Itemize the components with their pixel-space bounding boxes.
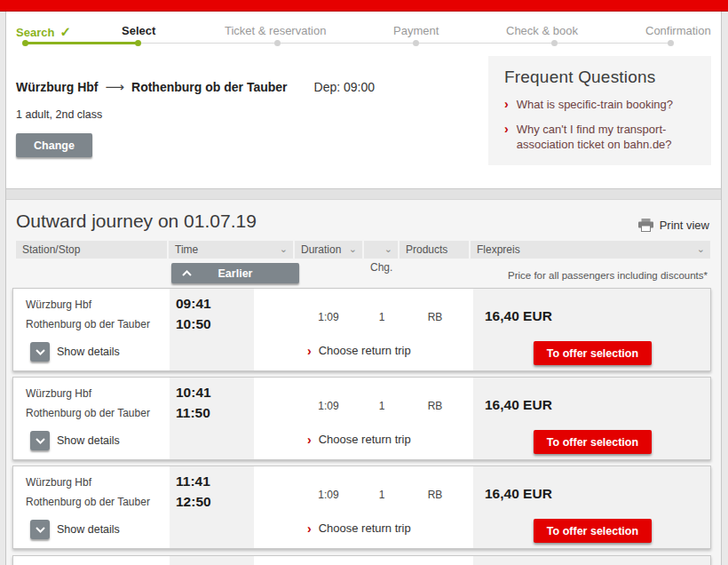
row-destination: Rothenburg ob der Tauber bbox=[26, 496, 150, 508]
brand-bar bbox=[0, 0, 728, 12]
step-dot-check bbox=[551, 40, 558, 46]
sort-caret-icon[interactable]: ⌄ bbox=[697, 241, 705, 259]
step-confirmation: Confirmation bbox=[645, 24, 711, 37]
col-time[interactable]: ⌄Time bbox=[169, 241, 293, 259]
choose-return-trip-link[interactable]: › Choose return trip bbox=[307, 521, 411, 536]
journey-summary: Würzburg Hbf ⟶ Rothenburg ob der Tauber … bbox=[16, 79, 375, 95]
col-products: Products bbox=[400, 241, 469, 259]
row-departure-time: 11:41 bbox=[176, 473, 210, 489]
chevron-right-icon: › bbox=[307, 433, 312, 447]
chevron-right-icon: › bbox=[504, 122, 509, 152]
sort-caret-icon[interactable]: ⌄ bbox=[384, 241, 392, 259]
to-offer-selection-button[interactable]: To offer selection bbox=[534, 430, 652, 454]
step-dot-search bbox=[22, 40, 28, 46]
choose-return-trip-link[interactable]: › Choose return trip bbox=[307, 344, 411, 358]
row-origin: Würzburg Hbf bbox=[26, 476, 91, 489]
row-destination: Rothenburg ob der Tauber bbox=[26, 318, 150, 330]
row-origin: Würzburg Hbf bbox=[26, 298, 91, 311]
page-frame: Search✓ Select Ticket & reservation Paym… bbox=[5, 12, 722, 565]
to-offer-selection-button[interactable]: To offer selection bbox=[534, 519, 652, 543]
print-view-button[interactable]: Print view bbox=[638, 219, 709, 232]
departure-time: Dep: 09:00 bbox=[314, 80, 376, 94]
step-dot-select bbox=[135, 40, 141, 46]
sort-caret-icon[interactable]: ⌄ bbox=[349, 241, 357, 259]
journey-row-partial bbox=[12, 555, 711, 565]
chevron-up-icon bbox=[182, 270, 192, 276]
show-details-button[interactable] bbox=[30, 520, 50, 539]
journey-row: Würzburg Hbf Rothenburg ob der Tauber 09… bbox=[12, 288, 711, 371]
faq-link-transport-association[interactable]: › Why can't I find my transport-associat… bbox=[504, 122, 699, 152]
col-flexpreis[interactable]: ⌄Flexpreis bbox=[471, 241, 710, 259]
price-note: Price for all passengers including disco… bbox=[508, 270, 708, 281]
earlier-label: Earlier bbox=[218, 267, 253, 280]
col-changes[interactable]: ⌄Chg. bbox=[364, 241, 398, 259]
chevron-right-icon: › bbox=[504, 97, 509, 112]
show-details-label[interactable]: Show details bbox=[57, 434, 120, 447]
choose-return-trip-link[interactable]: › Choose return trip bbox=[307, 433, 411, 447]
row-arrival-time: 11:50 bbox=[176, 405, 210, 421]
row-departure-time: 09:41 bbox=[176, 296, 211, 312]
row-products: RB bbox=[400, 489, 470, 501]
row-origin: Würzburg Hbf bbox=[26, 387, 91, 400]
show-details-button[interactable] bbox=[30, 342, 50, 362]
row-arrival-time: 12:50 bbox=[176, 494, 211, 510]
step-dot-payment bbox=[413, 40, 419, 46]
progress-track-done bbox=[25, 42, 138, 44]
step-search[interactable]: Search✓ bbox=[16, 24, 71, 40]
check-icon: ✓ bbox=[59, 24, 71, 39]
faq-link-label: Why can't I find my transport-associatio… bbox=[517, 122, 699, 152]
choose-return-label: Choose return trip bbox=[319, 433, 411, 447]
row-price: 16,40 EUR bbox=[485, 397, 552, 413]
row-destination: Rothenburg ob der Tauber bbox=[26, 407, 150, 419]
step-payment: Payment bbox=[393, 24, 439, 37]
chevron-right-icon: › bbox=[307, 521, 312, 536]
chevron-down-icon bbox=[36, 438, 45, 444]
step-dot-confirmation bbox=[668, 40, 674, 46]
to-offer-selection-button[interactable]: To offer selection bbox=[534, 341, 652, 365]
col-duration[interactable]: ⌄Duration bbox=[295, 241, 362, 259]
price-column-band bbox=[473, 556, 710, 565]
change-button[interactable]: Change bbox=[16, 133, 92, 157]
journey-row: Würzburg Hbf Rothenburg ob der Tauber 10… bbox=[12, 377, 711, 460]
choose-return-label: Choose return trip bbox=[319, 344, 411, 358]
step-ticket-reservation: Ticket & reservation bbox=[225, 24, 326, 37]
step-dot-ticket bbox=[274, 40, 281, 46]
row-changes: 1 bbox=[365, 311, 399, 323]
step-check-book: Check & book bbox=[506, 24, 578, 37]
col-station-stop: Station/Stop bbox=[16, 241, 167, 259]
row-arrival-time: 10:50 bbox=[176, 316, 211, 332]
chevron-down-icon bbox=[36, 349, 45, 355]
show-details-button[interactable] bbox=[30, 431, 50, 450]
sort-caret-icon[interactable]: ⌄ bbox=[280, 241, 288, 259]
earlier-button[interactable]: Earlier bbox=[171, 263, 299, 283]
faq-box: Frequent Questions › What is specific-tr… bbox=[488, 56, 711, 165]
row-changes: 1 bbox=[365, 489, 399, 501]
arrow-right-icon: ⟶ bbox=[106, 79, 125, 95]
row-duration: 1:09 bbox=[295, 311, 362, 323]
destination-station: Rothenburg ob der Tauber bbox=[131, 80, 288, 94]
row-price: 16,40 EUR bbox=[485, 486, 552, 502]
row-changes: 1 bbox=[365, 400, 399, 412]
step-select[interactable]: Select bbox=[122, 24, 155, 37]
show-details-label[interactable]: Show details bbox=[57, 346, 120, 358]
row-departure-time: 10:41 bbox=[176, 385, 211, 401]
journey-row: Würzburg Hbf Rothenburg ob der Tauber 11… bbox=[12, 466, 711, 549]
faq-link-label: What is specific-train booking? bbox=[517, 97, 673, 112]
row-products: RB bbox=[400, 311, 470, 323]
row-price: 16,40 EUR bbox=[485, 308, 552, 324]
origin-station: Würzburg Hbf bbox=[16, 80, 99, 94]
print-view-label: Print view bbox=[660, 219, 709, 232]
results-section: Outward journey on 01.07.19 Print view S… bbox=[6, 200, 721, 565]
chevron-right-icon: › bbox=[307, 344, 312, 358]
chevron-down-icon bbox=[36, 527, 45, 533]
time-column-band bbox=[170, 556, 254, 565]
section-divider bbox=[6, 188, 721, 200]
row-duration: 1:09 bbox=[295, 400, 362, 412]
row-duration: 1:09 bbox=[295, 489, 362, 501]
faq-link-specific-train[interactable]: › What is specific-train booking? bbox=[504, 97, 699, 112]
results-title: Outward journey on 01.07.19 bbox=[16, 211, 257, 232]
passenger-info: 1 adult, 2nd class bbox=[16, 108, 102, 121]
show-details-label[interactable]: Show details bbox=[57, 523, 120, 536]
faq-title: Frequent Questions bbox=[504, 68, 699, 87]
printer-icon bbox=[638, 219, 653, 232]
